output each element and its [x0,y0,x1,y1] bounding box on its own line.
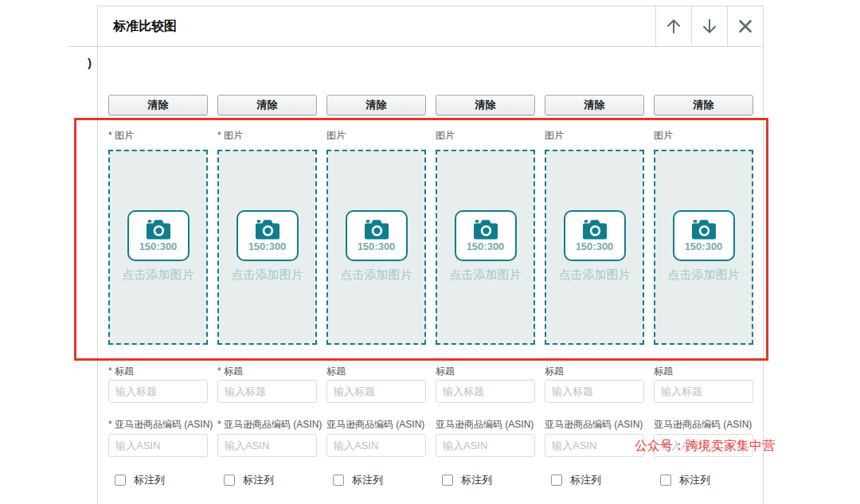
checkbox-label: 标注列 [243,473,274,487]
camera-icon [474,220,498,240]
upload-hint: 点击添加图片 [559,268,631,283]
close-icon [737,18,753,34]
highlight-column-row[interactable]: 标注列 [436,473,535,487]
camera-icon [692,220,716,240]
checkbox-label: 标注列 [679,473,710,487]
highlight-column-row[interactable]: 标注列 [654,473,753,487]
image-upload-dropzone[interactable]: 150:300 点击添加图片 [654,150,753,345]
upload-hint: 点击添加图片 [668,268,740,283]
title-input[interactable] [108,380,208,403]
dialog-header: 标准比较图 [98,6,763,47]
asin-label: * 亚马逊商品编码 (ASIN) [108,418,208,431]
comparison-column: 清除 * 图片 150:300 点击添加图片 * 标题 * 亚马逊商品编码 (A… [108,95,208,487]
upload-badge: 150:300 [346,210,408,261]
asin-label: * 亚马逊商品编码 (ASIN) [217,418,317,431]
upload-badge: 150:300 [564,210,626,261]
asin-label: 亚马逊商品编码 (ASIN) [654,418,753,431]
comparison-column: 清除 * 图片 150:300 点击添加图片 * 标题 * 亚马逊商品编码 (A… [217,95,317,487]
image-label: * 图片 [108,129,208,142]
image-upload-dropzone[interactable]: 150:300 点击添加图片 [545,150,644,345]
highlight-column-row[interactable]: 标注列 [326,473,426,487]
highlight-checkbox[interactable] [115,475,126,486]
comparison-column: 清除 图片 150:300 点击添加图片 标题 亚马逊商品编码 (ASIN) 标… [326,95,426,487]
upload-badge: 150:300 [127,210,190,261]
asin-input[interactable] [545,434,644,457]
asin-input[interactable] [654,434,753,457]
title-label: 标题 [436,365,535,377]
move-up-button[interactable] [655,6,691,46]
asin-label: 亚马逊商品编码 (ASIN) [545,418,644,431]
highlight-column-row[interactable]: 标注列 [545,473,644,487]
title-input[interactable] [217,380,317,403]
title-input[interactable] [326,380,426,403]
title-input[interactable] [654,380,753,403]
checkbox-label: 标注列 [461,473,492,487]
header-divider-extension [68,46,98,47]
asin-input[interactable] [326,434,426,457]
clear-button[interactable]: 清除 [545,95,644,115]
comparison-chart-dialog: 标准比较图 清除 * 图片 [97,6,764,504]
camera-icon [256,220,280,240]
highlight-checkbox[interactable] [660,475,671,486]
close-button[interactable] [727,6,763,46]
move-down-button[interactable] [691,6,727,46]
clear-button[interactable]: 清除 [654,95,753,115]
comparison-column: 清除 图片 150:300 点击添加图片 标题 亚马逊商品编码 (ASIN) 标… [436,95,535,487]
checkbox-label: 标注列 [352,473,383,487]
aspect-ratio-label: 150:300 [467,240,505,252]
upload-hint: 点击添加图片 [123,268,194,283]
image-label: 图片 [326,129,426,142]
camera-icon [583,220,607,240]
image-upload-dropzone[interactable]: 150:300 点击添加图片 [108,150,208,345]
title-label: * 标题 [217,365,317,377]
highlight-column-row[interactable]: 标注列 [217,473,317,487]
image-label: 图片 [436,129,535,142]
clear-button[interactable]: 清除 [436,95,535,115]
highlight-checkbox[interactable] [442,475,453,486]
camera-icon [365,220,389,240]
highlight-checkbox[interactable] [551,475,562,486]
highlight-checkbox[interactable] [224,475,235,486]
aspect-ratio-label: 150:300 [576,240,614,252]
asin-label: 亚马逊商品编码 (ASIN) [326,418,426,431]
title-label: * 标题 [108,365,208,377]
stray-parenthesis-text: ) [88,56,92,69]
title-label: 标题 [654,365,753,377]
asin-input[interactable] [436,434,535,457]
checkbox-label: 标注列 [570,473,601,487]
comparison-column: 清除 图片 150:300 点击添加图片 标题 亚马逊商品编码 (ASIN) 标… [545,95,644,487]
aspect-ratio-label: 150:300 [358,240,396,252]
asin-input[interactable] [108,434,208,457]
image-upload-dropzone[interactable]: 150:300 点击添加图片 [217,150,317,345]
highlight-checkbox[interactable] [333,475,344,486]
comparison-column: 清除 图片 150:300 点击添加图片 标题 亚马逊商品编码 (ASIN) 标… [654,95,753,487]
upload-hint: 点击添加图片 [450,268,522,283]
clear-button[interactable]: 清除 [108,95,208,115]
upload-hint: 点击添加图片 [232,268,303,283]
arrow-down-icon [701,18,718,35]
title-label: 标题 [326,365,426,377]
aspect-ratio-label: 150:300 [685,240,723,252]
arrow-up-icon [665,18,682,35]
image-label: 图片 [654,129,753,142]
asin-label: 亚马逊商品编码 (ASIN) [436,418,535,431]
title-input[interactable] [545,380,644,403]
aspect-ratio-label: 150:300 [139,240,178,252]
upload-hint: 点击添加图片 [341,268,412,283]
image-upload-dropzone[interactable]: 150:300 点击添加图片 [436,150,535,345]
clear-button[interactable]: 清除 [217,95,317,115]
title-input[interactable] [436,380,535,403]
clear-button[interactable]: 清除 [326,95,426,115]
upload-badge: 150:300 [455,210,517,261]
image-label: 图片 [545,129,644,142]
dialog-title: 标准比较图 [98,18,655,35]
camera-icon [147,220,170,240]
image-upload-dropzone[interactable]: 150:300 点击添加图片 [326,150,426,345]
upload-badge: 150:300 [236,210,299,261]
checkbox-label: 标注列 [134,473,165,487]
image-label: * 图片 [217,129,317,142]
highlight-column-row[interactable]: 标注列 [108,473,208,487]
upload-badge: 150:300 [673,210,735,261]
asin-input[interactable] [217,434,317,457]
title-label: 标题 [545,365,644,377]
